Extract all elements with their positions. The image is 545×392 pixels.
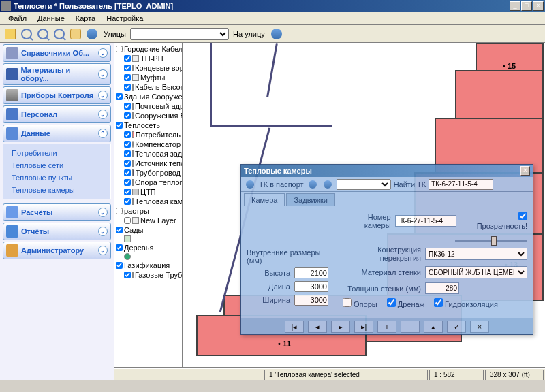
layer-checkbox[interactable] xyxy=(116,244,123,251)
layer-checkbox[interactable] xyxy=(124,272,131,278)
layer-checkbox[interactable] xyxy=(124,189,131,195)
status-selection: 1 'Тепловая камера' selected xyxy=(264,370,428,380)
sidebar-references[interactable]: Справочники Об...⌄ xyxy=(3,44,111,62)
close-button[interactable]: × xyxy=(533,1,544,11)
slider-thumb[interactable] xyxy=(491,236,497,246)
streets-select[interactable] xyxy=(130,28,229,40)
length-input[interactable] xyxy=(294,281,328,292)
nav-add[interactable]: + xyxy=(377,321,396,333)
tool-pan[interactable] xyxy=(68,27,83,42)
material-label: Материал стенки xyxy=(343,268,421,276)
tool-icon xyxy=(324,180,332,189)
sidebar-data[interactable]: Данные⌃ xyxy=(3,125,111,142)
sidebar-devices[interactable]: Приборы Контроля⌄ xyxy=(3,86,111,104)
layer-checkbox[interactable] xyxy=(124,131,131,138)
chevron-down-icon: ⌄ xyxy=(98,69,108,79)
layer-checkbox[interactable] xyxy=(116,262,123,269)
tab-camera[interactable]: Камера xyxy=(244,193,285,206)
nav-first[interactable]: |◂ xyxy=(285,321,304,333)
tab-valves[interactable]: Задвижки xyxy=(286,193,334,206)
tool-goto-street[interactable] xyxy=(269,27,284,42)
layer-checkbox[interactable] xyxy=(116,93,123,100)
layer-swatch-icon xyxy=(132,141,134,148)
dialog-combo[interactable] xyxy=(337,179,391,190)
drainage-checkbox[interactable] xyxy=(387,298,396,307)
layer-checkbox[interactable] xyxy=(124,198,131,205)
maximize-button[interactable]: □ xyxy=(521,1,532,11)
menu-file[interactable]: Файл xyxy=(3,13,32,24)
layer-checkbox[interactable] xyxy=(124,112,131,119)
report-icon xyxy=(6,225,18,238)
dialog-tool-b[interactable] xyxy=(322,178,334,191)
height-input[interactable] xyxy=(294,267,328,278)
menu-settings[interactable]: Настройка xyxy=(101,13,149,24)
tool-zoom-extent[interactable] xyxy=(52,27,67,42)
nav-prev[interactable]: ◂ xyxy=(308,321,327,333)
menu-data[interactable]: Данные xyxy=(32,13,70,24)
layer-label: Потребитель xyxy=(136,131,181,139)
sidebar-item-chambers[interactable]: Тепловые камеры xyxy=(9,184,105,196)
sidebar-calc[interactable]: Расчёты⌄ xyxy=(3,203,111,221)
nav-delete[interactable]: − xyxy=(401,321,420,333)
sidebar-label: Данные xyxy=(21,129,50,137)
nav-cancel[interactable]: × xyxy=(470,321,489,333)
layer-checkbox[interactable] xyxy=(116,227,123,233)
layer-checkbox[interactable] xyxy=(124,74,131,81)
dialog-titlebar[interactable]: Тепловые камеры × xyxy=(241,165,533,177)
layer-checkbox[interactable] xyxy=(124,65,131,71)
layer-tree[interactable]: Городские Кабель ТП-РП Концевые вор Муфт… xyxy=(114,43,183,368)
layer-checkbox[interactable] xyxy=(116,122,123,129)
pipe xyxy=(210,125,332,127)
sidebar: Справочники Об...⌄ Материалы и обору...⌄… xyxy=(0,43,114,380)
layer-checkbox[interactable] xyxy=(116,46,123,52)
nav-next[interactable]: ▸ xyxy=(331,321,350,333)
transparency-checkbox[interactable] xyxy=(518,212,527,220)
sidebar-admin[interactable]: Администратору⌄ xyxy=(3,242,111,259)
layer-checkbox[interactable] xyxy=(116,208,123,214)
tool-open[interactable] xyxy=(3,27,18,42)
layer-checkbox[interactable] xyxy=(124,55,131,62)
dialog-close-button[interactable]: × xyxy=(520,166,530,176)
to-street-label: На улицу xyxy=(233,30,265,38)
chamber-num-input[interactable] xyxy=(395,215,456,227)
supports-checkbox[interactable] xyxy=(343,298,352,307)
checkbox-text: Опоры xyxy=(354,300,377,308)
tool-zoom-out[interactable] xyxy=(35,27,50,42)
sidebar-materials[interactable]: Материалы и обору...⌄ xyxy=(3,63,111,85)
konstr-select[interactable]: ПК36-12 xyxy=(425,248,527,260)
app-icon xyxy=(1,1,11,11)
layer-checkbox[interactable] xyxy=(124,141,131,148)
layer-checkbox[interactable] xyxy=(124,150,131,157)
dialog-tool-a[interactable] xyxy=(307,178,319,191)
layer-swatch-icon xyxy=(132,189,139,195)
minimize-button[interactable]: _ xyxy=(510,1,520,11)
sidebar-item-networks[interactable]: Тепловые сети xyxy=(9,159,105,172)
menu-map[interactable]: Карта xyxy=(70,13,101,24)
layer-checkbox[interactable] xyxy=(124,169,131,176)
sidebar-item-points[interactable]: Тепловые пункты xyxy=(9,172,105,184)
tool-globe[interactable] xyxy=(84,27,99,42)
admin-icon xyxy=(6,244,18,257)
thickness-input[interactable] xyxy=(425,282,459,294)
layer-checkbox[interactable] xyxy=(124,179,131,186)
transparency-slider[interactable] xyxy=(455,240,527,242)
width-input[interactable] xyxy=(294,295,328,306)
material-select[interactable]: СБОРНЫЙ Ж./Б НА ЦЕМЕНТНОМ РА xyxy=(425,266,527,278)
layer-checkbox[interactable] xyxy=(124,103,131,110)
sidebar-personnel[interactable]: Персонал⌄ xyxy=(3,105,111,123)
find-input[interactable] xyxy=(429,179,493,190)
nav-confirm[interactable]: ✓ xyxy=(447,321,466,333)
hydro-checkbox[interactable] xyxy=(434,298,443,307)
layer-checkbox[interactable] xyxy=(124,160,131,167)
dims-label: Внутренние размеры (мм) xyxy=(247,248,334,265)
tool-zoom-in[interactable] xyxy=(19,27,34,42)
dialog-tool-new[interactable] xyxy=(244,178,256,191)
chamber-dialog: Тепловые камеры × ТК в паспорт Найти ТК … xyxy=(240,164,533,335)
sidebar-item-consumers[interactable]: Потребители xyxy=(9,147,105,159)
layer-checkbox[interactable] xyxy=(124,217,131,224)
nav-edit[interactable]: ▴ xyxy=(424,321,443,333)
sidebar-reports[interactable]: Отчёты⌄ xyxy=(3,223,111,240)
tool-icon xyxy=(309,180,317,189)
layer-checkbox[interactable] xyxy=(124,84,131,91)
nav-last[interactable]: ▸| xyxy=(354,321,373,333)
